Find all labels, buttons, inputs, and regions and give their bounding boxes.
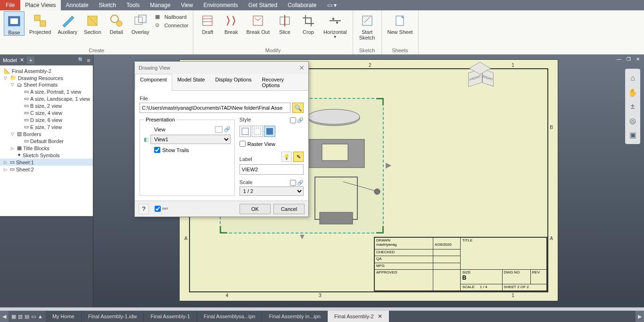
- style-hidden-line-button[interactable]: [239, 126, 251, 137]
- zoom-icon[interactable]: ±: [626, 100, 639, 113]
- tree-sheet-formats[interactable]: ▽🗂Sheet Formats: [0, 81, 93, 88]
- tree-root[interactable]: 📐Final Assembly-2: [0, 67, 93, 74]
- dialog-titlebar[interactable]: Drawing View ✕: [135, 62, 308, 74]
- break-out-button[interactable]: Break Out: [244, 11, 272, 35]
- label-edit-button[interactable]: ✎: [293, 152, 304, 162]
- tabs-scroll-right[interactable]: ▶: [636, 311, 644, 322]
- file-path-input[interactable]: [140, 103, 290, 113]
- view-rep-icon[interactable]: [215, 126, 223, 133]
- projected-button[interactable]: Projected: [27, 11, 53, 35]
- pan-icon[interactable]: ✋: [626, 86, 639, 99]
- style-inherit-checkbox[interactable]: [290, 117, 296, 123]
- tab-view[interactable]: View: [176, 2, 198, 8]
- tree-format-e[interactable]: ▭E size, 7 view: [0, 123, 93, 130]
- start-sketch-button[interactable]: Start Sketch: [357, 11, 378, 40]
- layout-icon-3[interactable]: ▤: [25, 314, 29, 320]
- raster-view-checkbox[interactable]: [239, 141, 246, 147]
- close-browser-icon[interactable]: ✕: [20, 57, 24, 63]
- tab-manage[interactable]: Manage: [145, 2, 175, 8]
- tab-model-state[interactable]: Model State: [172, 74, 210, 90]
- doc-tab-5-active[interactable]: Final Assembly-2✕: [328, 311, 389, 322]
- auxiliary-button[interactable]: Auxiliary: [56, 11, 79, 35]
- tree-sheet1[interactable]: ▷▭Sheet:1: [0, 159, 93, 166]
- tab-collaborate[interactable]: Collaborate: [282, 2, 322, 8]
- horizontal-button[interactable]: Horizontal▼: [322, 11, 349, 39]
- add-tab-icon[interactable]: +: [27, 56, 34, 64]
- preview-checkbox[interactable]: [155, 206, 161, 212]
- layout-icon-4[interactable]: ▭: [31, 314, 36, 320]
- tab-display-options[interactable]: Display Options: [210, 74, 257, 90]
- tree-default-border[interactable]: ▭Default Border: [0, 137, 93, 145]
- layout-icon-2[interactable]: ▥: [18, 314, 23, 320]
- new-sheet-button[interactable]: New Sheet: [386, 11, 415, 35]
- nailboard-button[interactable]: ▦Nailboard: [154, 13, 190, 21]
- slice-button[interactable]: Slice: [274, 11, 295, 35]
- tree-format-a-landscape[interactable]: ▭A size, Landscape, 1 view: [0, 95, 93, 102]
- tab-tools[interactable]: Tools: [121, 2, 145, 8]
- appearance-dropdown[interactable]: ▭ ▾: [322, 2, 342, 8]
- tab-sketch[interactable]: Sketch: [94, 2, 122, 8]
- layout-icon-5[interactable]: ▲: [38, 314, 43, 319]
- scale-link-icon[interactable]: 🔗: [297, 180, 304, 186]
- tree-sheet2[interactable]: ▷▭Sheet:2: [0, 166, 93, 173]
- horizontal-scrollbar[interactable]: [0, 307, 644, 311]
- scale-select[interactable]: 1 / 2: [239, 186, 304, 196]
- tab-component[interactable]: Component: [135, 74, 172, 91]
- doc-tab-2[interactable]: Final Assembly-1: [144, 311, 197, 322]
- overlay-button[interactable]: Overlay: [130, 11, 151, 35]
- svg-point-6: [116, 21, 122, 26]
- file-menu[interactable]: File: [0, 0, 20, 10]
- tree-format-a-portrait[interactable]: ▭A size, Portrait, 1 view: [0, 88, 93, 95]
- view-link-icon[interactable]: 🔗: [224, 126, 231, 133]
- doc-tab-1[interactable]: Final Assembly-1.idw: [82, 311, 144, 322]
- look-at-icon[interactable]: ▣: [626, 128, 639, 141]
- tree-drawing-resources[interactable]: ▽📁Drawing Resources: [0, 74, 93, 81]
- window-close[interactable]: ✕: [634, 56, 642, 62]
- tab-place-views[interactable]: Place Views: [20, 0, 60, 10]
- search-icon[interactable]: 🔍: [78, 57, 84, 63]
- tree-title-blocks[interactable]: ▷▦Title Blocks: [0, 145, 93, 152]
- orbit-icon[interactable]: ◎: [626, 114, 639, 127]
- doc-tab-3[interactable]: Final Assemblysa...ipn: [197, 311, 262, 322]
- tree-sketch-symbols[interactable]: ✦Sketch Symbols: [0, 152, 93, 159]
- detail-icon: [109, 13, 124, 28]
- close-tab-icon[interactable]: ✕: [378, 313, 382, 320]
- scale-inherit-checkbox[interactable]: [290, 180, 296, 186]
- tree-format-b[interactable]: ▭B size, 2 view: [0, 102, 93, 109]
- help-button[interactable]: ?: [139, 204, 149, 214]
- section-button[interactable]: Section: [82, 11, 103, 35]
- dialog-close-button[interactable]: ✕: [299, 64, 305, 72]
- tab-get-started[interactable]: Get Started: [243, 2, 282, 8]
- style-link-icon[interactable]: 🔗: [297, 117, 304, 123]
- layout-icon-1[interactable]: ▦: [11, 314, 16, 320]
- tabs-scroll-left[interactable]: ◀: [0, 311, 8, 322]
- tab-recovery-options[interactable]: Recovery Options: [257, 74, 308, 90]
- draft-button[interactable]: Draft: [197, 11, 218, 35]
- tree-format-c[interactable]: ▭C size, 4 view: [0, 109, 93, 116]
- window-minimize[interactable]: —: [615, 56, 623, 62]
- menu-icon[interactable]: ≡: [87, 57, 90, 63]
- doc-tab-4[interactable]: Final Assembly in...ipn: [262, 311, 327, 322]
- base-button[interactable]: Base: [4, 11, 25, 36]
- tab-annotate[interactable]: Annotate: [61, 2, 94, 8]
- style-hidden-removed-button[interactable]: [252, 126, 263, 137]
- crop-button[interactable]: Crop: [298, 11, 319, 35]
- tree-borders[interactable]: ▽▧Borders: [0, 130, 93, 137]
- tree-format-d[interactable]: ▭D size, 6 view: [0, 116, 93, 123]
- label-visibility-button[interactable]: 💡: [281, 152, 292, 162]
- tab-environments[interactable]: Environments: [198, 2, 243, 8]
- cancel-button[interactable]: Cancel: [273, 204, 305, 214]
- detail-button[interactable]: Detail: [106, 11, 127, 35]
- doc-tab-home[interactable]: My Home: [46, 311, 82, 322]
- break-button[interactable]: Break: [221, 11, 241, 35]
- view-cube[interactable]: FRONT RIGHT: [467, 64, 493, 90]
- ok-button[interactable]: OK: [239, 204, 271, 214]
- view-label-input[interactable]: [239, 164, 304, 175]
- home-view-icon[interactable]: ⌂: [626, 72, 639, 85]
- connector-button[interactable]: ⊙Connector: [154, 22, 190, 29]
- show-trails-checkbox[interactable]: [154, 147, 160, 153]
- view-select[interactable]: View1: [150, 135, 231, 144]
- style-shaded-button[interactable]: [264, 126, 275, 137]
- window-restore[interactable]: ❐: [624, 56, 633, 62]
- browse-file-button[interactable]: 🔍: [292, 103, 304, 113]
